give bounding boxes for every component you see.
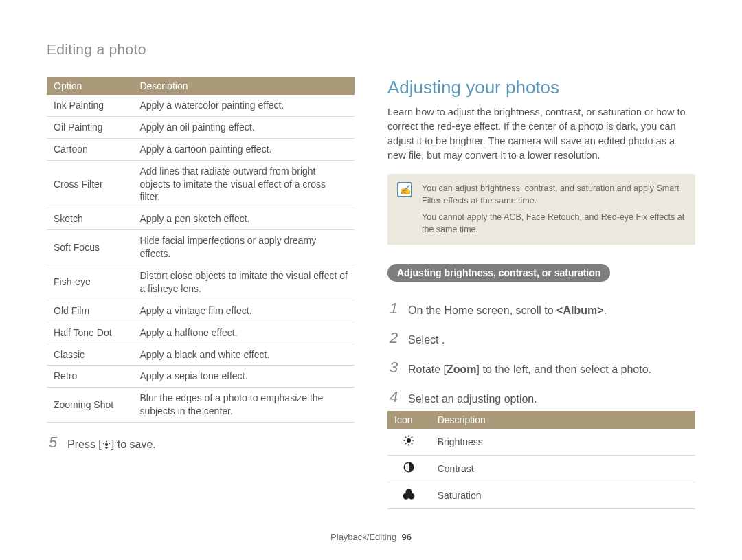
step-text-before: Press [ bbox=[67, 438, 102, 450]
option-cell: Cross Filter bbox=[47, 160, 133, 208]
description-cell: Apply a pen sketch effect. bbox=[133, 208, 355, 230]
brightness-icon bbox=[387, 429, 431, 456]
step-number: 2 bbox=[387, 331, 400, 346]
step-number: 1 bbox=[387, 301, 400, 316]
table-row: Contrast bbox=[387, 456, 695, 482]
option-cell: Old Film bbox=[47, 300, 133, 322]
page-footer: Playback/Editing 96 bbox=[0, 532, 742, 542]
step-text: On the Home screen, scroll to <Album>. bbox=[408, 301, 607, 318]
step-text-after: ] to save. bbox=[111, 438, 156, 450]
description-cell: Distort close objects to imitate the vis… bbox=[133, 265, 355, 300]
saturation-icon bbox=[387, 482, 431, 509]
step-4: 4Select an adjusting option. bbox=[387, 390, 695, 407]
svg-line-6 bbox=[412, 443, 413, 445]
icon-description: Brightness bbox=[431, 429, 695, 456]
step-text: Select an adjusting option. bbox=[408, 390, 537, 407]
col-header-option: Option bbox=[47, 77, 133, 95]
description-cell: Apply a cartoon painting effect. bbox=[133, 138, 355, 160]
table-row: Old FilmApply a vintage film effect. bbox=[47, 300, 355, 322]
description-cell: Apply a black and white effect. bbox=[133, 344, 355, 366]
option-cell: Retro bbox=[47, 366, 133, 388]
icon-description: Contrast bbox=[431, 456, 695, 482]
section-intro: Learn how to adjust the brightness, cont… bbox=[387, 105, 695, 163]
step-5: 5 Press [] to save. bbox=[47, 435, 355, 453]
table-row: Fish-eyeDistort close objects to imitate… bbox=[47, 265, 355, 300]
note-line-1: You can adjust brightness, contrast, and… bbox=[422, 182, 686, 207]
option-cell: Zooming Shot bbox=[47, 388, 133, 423]
step-number: 5 bbox=[47, 435, 59, 450]
svg-point-0 bbox=[407, 438, 411, 443]
table-row: SketchApply a pen sketch effect. bbox=[47, 208, 355, 230]
option-cell: Ink Painting bbox=[47, 95, 133, 116]
note-lines: You can adjust brightness, contrast, and… bbox=[422, 182, 686, 236]
step-1: 1On the Home screen, scroll to <Album>. bbox=[387, 301, 695, 318]
svg-line-5 bbox=[405, 437, 407, 438]
option-cell: Fish-eye bbox=[47, 265, 133, 300]
table-row: Brightness bbox=[387, 429, 695, 456]
table-row: Half Tone DotApply a halftone effect. bbox=[47, 322, 355, 344]
table-row: Cross FilterAdd lines that radiate outwa… bbox=[47, 160, 355, 208]
flower-down-icon bbox=[102, 438, 111, 453]
option-cell: Cartoon bbox=[47, 138, 133, 160]
contrast-icon bbox=[387, 456, 431, 482]
option-cell: Soft Focus bbox=[47, 230, 133, 265]
icon-table: Icon Description BrightnessContrastSatur… bbox=[387, 411, 695, 509]
option-cell: Classic bbox=[47, 344, 133, 366]
description-cell: Add lines that radiate outward from brig… bbox=[133, 160, 355, 208]
description-cell: Apply a watercolor painting effect. bbox=[133, 95, 355, 116]
table-row: Oil PaintingApply an oil painting effect… bbox=[47, 116, 355, 138]
two-column-layout: Option Description Ink PaintingApply a w… bbox=[47, 77, 695, 509]
col-header-desc: Description bbox=[431, 411, 695, 429]
description-cell: Apply a sepia tone effect. bbox=[133, 366, 355, 388]
options-table: Option Description Ink PaintingApply a w… bbox=[47, 77, 355, 423]
description-cell: Hide facial imperfections or apply dream… bbox=[133, 230, 355, 265]
table-row: Soft FocusHide facial imperfections or a… bbox=[47, 230, 355, 265]
icon-description: Saturation bbox=[431, 482, 695, 509]
step-number: 4 bbox=[387, 390, 400, 405]
table-row: CartoonApply a cartoon painting effect. bbox=[47, 138, 355, 160]
table-row: ClassicApply a black and white effect. bbox=[47, 344, 355, 366]
table-row: Ink PaintingApply a watercolor painting … bbox=[47, 95, 355, 116]
page-header: Editing a photo bbox=[47, 41, 695, 58]
step-text: Press [] to save. bbox=[67, 435, 156, 453]
left-column: Option Description Ink PaintingApply a w… bbox=[47, 77, 355, 509]
description-cell: Apply a halftone effect. bbox=[133, 322, 355, 344]
table-row: RetroApply a sepia tone effect. bbox=[47, 366, 355, 388]
svg-point-12 bbox=[406, 489, 412, 495]
step-3: 3Rotate [Zoom] to the left, and then sel… bbox=[387, 360, 695, 377]
table-row: Zooming ShotBlur the edges of a photo to… bbox=[47, 388, 355, 423]
note-line-2: You cannot apply the ACB, Face Retouch, … bbox=[422, 211, 686, 236]
option-cell: Half Tone Dot bbox=[47, 322, 133, 344]
footer-page-number: 96 bbox=[401, 532, 411, 542]
step-number: 3 bbox=[387, 360, 400, 375]
step-text: Select . bbox=[408, 331, 445, 348]
option-cell: Sketch bbox=[47, 208, 133, 230]
step-2: 2Select . bbox=[387, 331, 695, 348]
table-row: Saturation bbox=[387, 482, 695, 509]
description-cell: Apply a vintage film effect. bbox=[133, 300, 355, 322]
note-box: ✍ You can adjust brightness, contrast, a… bbox=[387, 174, 695, 245]
svg-line-8 bbox=[412, 437, 413, 438]
subsection-pill: Adjusting brightness, contrast, or satur… bbox=[387, 264, 610, 282]
description-cell: Blur the edges of a photo to emphasize t… bbox=[133, 388, 355, 423]
svg-line-7 bbox=[405, 443, 407, 445]
section-title: Adjusting your photos bbox=[387, 77, 695, 98]
footer-section: Playback/Editing bbox=[330, 532, 396, 542]
col-header-description: Description bbox=[133, 77, 355, 95]
right-column: Adjusting your photos Learn how to adjus… bbox=[387, 77, 695, 509]
col-header-icon: Icon bbox=[387, 411, 431, 429]
step-text: Rotate [Zoom] to the left, and then sele… bbox=[408, 360, 651, 377]
description-cell: Apply an oil painting effect. bbox=[133, 116, 355, 138]
note-icon: ✍ bbox=[397, 182, 412, 197]
option-cell: Oil Painting bbox=[47, 116, 133, 138]
